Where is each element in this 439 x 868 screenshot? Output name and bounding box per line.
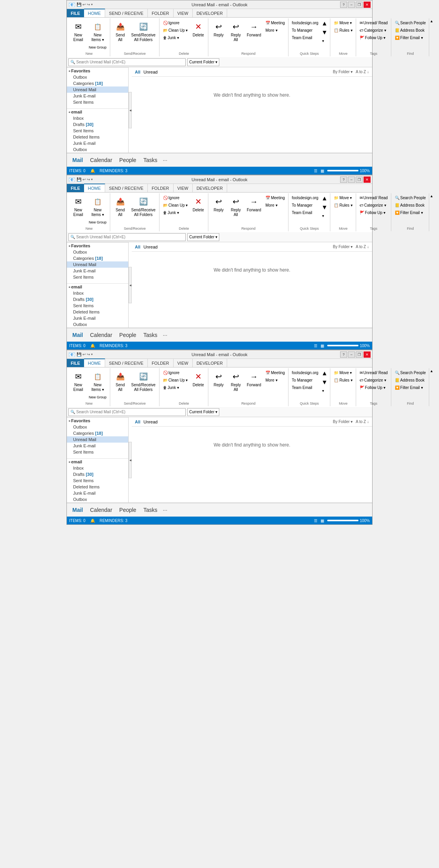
forward-button-2[interactable]: → Forward (245, 194, 263, 214)
nav-people-2[interactable]: People (117, 331, 139, 339)
ribbon-collapse-btn-3[interactable]: ▲ (430, 368, 433, 406)
foolsdesign-button[interactable]: foolsdesign.org (290, 19, 320, 26)
rules-button[interactable]: 📋 Rules ▾ (332, 27, 354, 34)
sidebar-collapse-arrow-2[interactable]: ◂ (129, 267, 132, 303)
sidebar-item-inbox-3[interactable]: Inbox (67, 465, 128, 471)
nav-tasks-2[interactable]: Tasks (141, 331, 160, 339)
address-book-button-3[interactable]: 📒 Address Book (393, 376, 428, 384)
sidebar-collapse-arrow-1[interactable]: ◂ (129, 92, 132, 128)
team-email-button-3[interactable]: Team Email (290, 384, 320, 391)
sidebar-item-sent-fav-3[interactable]: Sent Items (67, 449, 128, 455)
new-items-button-3[interactable]: 📋 NewItems ▾ (87, 369, 108, 393)
close-button-2[interactable]: ✕ (364, 176, 371, 183)
delete-button[interactable]: ✕ Delete (190, 19, 206, 39)
nav-dots-1[interactable]: ··· (162, 156, 168, 164)
search-people-button-2[interactable]: 🔍 Search People (393, 194, 428, 201)
new-items-button-2[interactable]: 📋 NewItems ▾ (87, 194, 108, 218)
tab-file-3[interactable]: FILE (67, 359, 84, 367)
rules-button-2[interactable]: 📋 Rules ▾ (332, 202, 354, 209)
save-icon-2[interactable]: 💾 (77, 177, 81, 182)
search-box-3[interactable]: 🔍 (68, 408, 186, 416)
tab-view-3[interactable]: VIEW (174, 359, 193, 367)
help-button[interactable]: ? (340, 2, 347, 8)
redo-icon[interactable]: ↪ (87, 2, 90, 7)
tab-send-receive[interactable]: SEND / RECEIVE (105, 9, 148, 17)
sort-a-to-z-3[interactable]: A to Z ↓ (356, 420, 369, 424)
tab-folder[interactable]: FOLDER (148, 9, 174, 17)
restore-button-2[interactable]: ❐ (356, 176, 363, 183)
send-all-button-3[interactable]: 📤 SendAll (112, 369, 129, 393)
reply-button[interactable]: ↩ Reply (210, 19, 227, 39)
nav-mail-3[interactable]: Mail (70, 506, 85, 514)
sort-by-folder-3[interactable]: By Folder ▾ (333, 420, 353, 424)
unread-read-button-2[interactable]: ✉ Unread/ Read (358, 194, 389, 201)
all-button-1[interactable]: All (135, 70, 140, 74)
meeting-button-2[interactable]: 📅 Meeting (264, 194, 287, 201)
sidebar-item-inbox-2[interactable]: Inbox (67, 290, 128, 296)
to-manager-button[interactable]: To Manager (290, 27, 320, 34)
sidebar-item-inbox-1[interactable]: Inbox (67, 115, 128, 121)
sidebar-item-drafts-3[interactable]: Drafts [30] (67, 471, 128, 477)
zoom-slider-3[interactable] (327, 520, 358, 521)
email-header-3[interactable]: ◂ email (67, 458, 128, 465)
move-button[interactable]: 📁 Move ▾ (332, 19, 354, 26)
all-button-2[interactable]: All (135, 245, 140, 249)
email-header-1[interactable]: ◂ email (67, 108, 128, 115)
sidebar-item-outbox-2[interactable]: Outbox (67, 321, 128, 328)
sidebar-item-unread-fav-2[interactable]: Unread Mail (67, 261, 128, 268)
redo-icon-2[interactable]: ↪ (87, 177, 90, 182)
sidebar-item-outbox-1[interactable]: Outbox (67, 146, 128, 153)
search-box-2[interactable]: 🔍 (68, 233, 186, 241)
forward-button[interactable]: → Forward (245, 19, 263, 39)
save-icon-3[interactable]: 💾 (77, 352, 81, 357)
sidebar-item-deleted-3[interactable]: Deleted Items (67, 484, 128, 490)
sidebar-item-sent-fav-1[interactable]: Sent Items (67, 99, 128, 105)
undo-icon[interactable]: ↩ (82, 2, 86, 7)
move-button-2[interactable]: 📁 Move ▾ (332, 194, 354, 201)
categorize-button-2[interactable]: 🏷 Categorize ▾ (358, 202, 389, 209)
cleanup-button[interactable]: 📂 Clean Up ▾ (161, 27, 189, 34)
reply-button-2[interactable]: ↩ Reply (210, 194, 227, 214)
tab-developer-3[interactable]: DEVELOPER (193, 359, 227, 367)
ignore-button-2[interactable]: 🚫 Ignore (161, 194, 189, 201)
more-qs-button-3[interactable]: ▾ (321, 387, 328, 394)
unread-read-button-3[interactable]: ✉ Unread/ Read (358, 369, 389, 376)
send-receive-all-button[interactable]: 🔄 Send/ReceiveAll Folders (129, 19, 158, 43)
categorize-button-3[interactable]: 🏷 Categorize ▾ (358, 376, 389, 384)
unread-read-button[interactable]: ✉ Unread/ Read (358, 19, 389, 26)
nav-mail-1[interactable]: Mail (70, 156, 85, 164)
current-folder-button-3[interactable]: Current Folder ▾ (187, 408, 219, 416)
to-manager-button-3[interactable]: To Manager (290, 376, 320, 384)
more-respond-button-2[interactable]: More ▾ (264, 202, 287, 209)
cleanup-button-3[interactable]: 📂 Clean Up ▾ (161, 376, 189, 384)
sidebar-item-junk-fav-2[interactable]: Junk E-mail (67, 268, 128, 274)
close-button-3[interactable]: ✕ (364, 351, 371, 358)
quicksteps-scroll-down[interactable]: ▼ (321, 28, 328, 37)
sidebar-item-outbox-3[interactable]: Outbox (67, 496, 128, 502)
normal-view-icon-2[interactable]: ☰ (314, 344, 317, 348)
meeting-button-3[interactable]: 📅 Meeting (264, 369, 287, 376)
sidebar-item-drafts-1[interactable]: Drafts [30] (67, 121, 128, 128)
nav-mail-2[interactable]: Mail (70, 331, 85, 339)
address-book-button-2[interactable]: 📒 Address Book (393, 202, 428, 209)
junk-button[interactable]: 🗑 Junk ▾ (161, 34, 189, 41)
new-group-button-3[interactable]: New Group (87, 394, 108, 401)
filter-email-button-2[interactable]: 🔽 Filter Email ▾ (393, 209, 428, 216)
search-box-1[interactable]: 🔍 (68, 58, 186, 66)
nav-calendar-2[interactable]: Calendar (88, 331, 115, 339)
dropdown-arrow-icon[interactable]: ▾ (91, 3, 93, 6)
qs-scroll-up-3[interactable]: ▲ (321, 369, 328, 378)
nav-people-3[interactable]: People (117, 506, 139, 514)
sidebar-item-outbox-fav-3[interactable]: Outbox (67, 424, 128, 430)
undo-icon-2[interactable]: ↩ (82, 177, 86, 182)
sidebar-item-junk-3[interactable]: Junk E-mail (67, 490, 128, 496)
filter-email-button[interactable]: 🔽 Filter Email ▾ (393, 34, 428, 41)
tab-developer[interactable]: DEVELOPER (193, 9, 227, 17)
address-book-button[interactable]: 📒 Address Book (393, 27, 428, 34)
new-email-button-3[interactable]: ✉ NewEmail (70, 369, 86, 393)
more-respond-button-3[interactable]: More ▾ (264, 376, 287, 384)
sort-by-folder-2[interactable]: By Folder ▾ (333, 245, 353, 249)
ignore-button-3[interactable]: 🚫 Ignore (161, 369, 189, 376)
ribbon-collapse-btn[interactable]: ▲ (430, 18, 433, 56)
tab-folder-2[interactable]: FOLDER (148, 184, 174, 192)
